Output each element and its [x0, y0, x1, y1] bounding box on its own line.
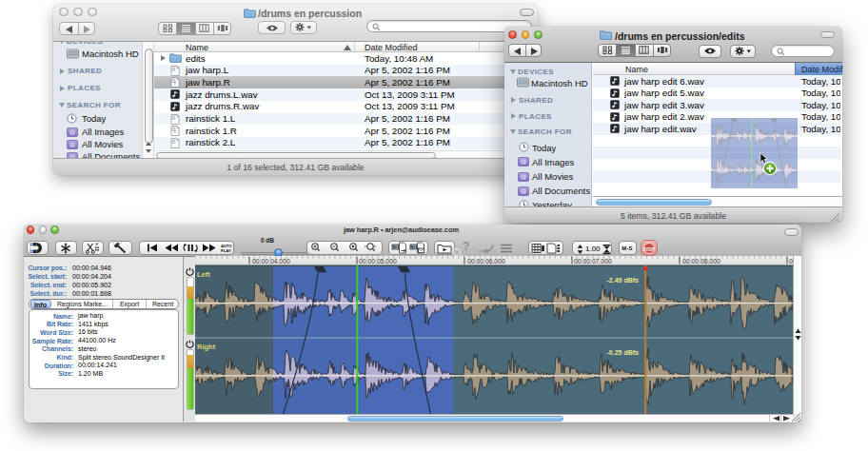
svg-text:Left: Left	[197, 269, 210, 278]
svg-text:00:00:08.000: 00:00:08.000	[682, 258, 720, 265]
svg-text:-0.25 dBfs: -0.25 dBfs	[607, 349, 640, 356]
svg-text:-2.49 dBfs: -2.49 dBfs	[607, 276, 640, 283]
svg-text:00:00:05.000: 00:00:05.000	[359, 258, 397, 265]
svg-text:Right: Right	[197, 342, 216, 350]
svg-text:r: r	[174, 128, 176, 134]
svg-text:00:00:06.000: 00:00:06.000	[467, 258, 505, 265]
svg-text:PLAY: PLAY	[221, 248, 231, 253]
svg-text:r: r	[174, 80, 176, 86]
svg-text:00:00:07.000: 00:00:07.000	[574, 258, 612, 265]
svg-text:00:00:04.000: 00:00:04.000	[252, 258, 290, 265]
